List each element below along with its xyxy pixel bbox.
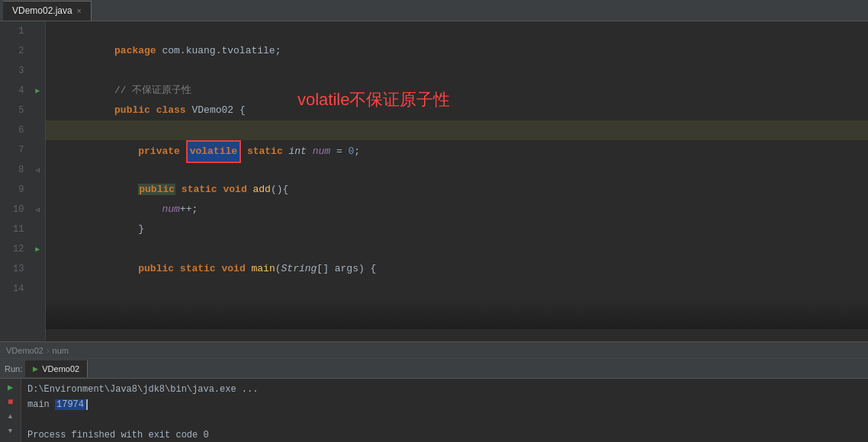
code-line-4: public class VDemo02 { <box>46 81 868 101</box>
run-label: Run: <box>5 364 22 373</box>
line-icon-14 <box>30 279 45 299</box>
gutter-row-8: 8 ◁ <box>0 160 45 180</box>
java-path-text: D:\Environment\Java8\jdk8\bin\java.exe .… <box>27 384 258 395</box>
scroll-down-button[interactable]: ▼ <box>3 425 18 437</box>
line-num-1: 1 <box>0 21 30 41</box>
scroll-up-button[interactable]: ▲ <box>3 411 18 422</box>
main-label: main <box>27 399 55 410</box>
line-num-12: 12 <box>0 239 30 259</box>
breadcrumb-bar: VDemo02 › num <box>0 341 868 358</box>
tab-close-button[interactable]: × <box>77 7 82 15</box>
gutter-row-10: 10 ◁ <box>0 200 45 219</box>
code-line-1: package com.kuang.tvolatile; <box>46 21 868 41</box>
line-num-7: 7 <box>0 140 30 160</box>
file-tab-vdemo02[interactable]: VDemo02.java × <box>3 1 92 21</box>
line-icon-6 <box>30 120 45 140</box>
line-icon-3 <box>30 61 45 81</box>
gutter-row-5: 5 <box>0 101 45 120</box>
breadcrumb-member: num <box>53 346 69 355</box>
gutter-row-11: 11 <box>0 219 45 239</box>
gutter-row-13: 13 <box>0 259 45 279</box>
run-output-line-1: D:\Environment\Java8\jdk8\bin\java.exe .… <box>27 382 862 397</box>
run-body: ▶ ■ ▲ ▼ ⊟ D:\Environment\Java8\jdk8\bin\… <box>0 379 868 442</box>
line-icon-15 <box>30 299 45 319</box>
gutter-row-6: 6 <box>0 120 45 140</box>
line-icon-9 <box>30 180 45 200</box>
run-restart-button[interactable]: ▶ <box>3 382 18 393</box>
line-num-13: 13 <box>0 259 30 279</box>
run-icon-4[interactable]: ▶ <box>30 81 45 101</box>
code-line-3: // 不保证原子性 <box>46 61 868 81</box>
line-num-10: 10 <box>0 200 30 219</box>
line-num-14: 14 <box>0 279 30 299</box>
run-tab-vdemo02[interactable]: ▶ VDemo02 <box>25 360 88 377</box>
gutter-row-9: 9 <box>0 180 45 200</box>
editor-area: 1 2 3 4 ▶ 5 6 7 <box>0 21 868 341</box>
fold-icon-10[interactable]: ◁ <box>30 200 45 219</box>
run-tab-label: VDemo02 <box>42 364 79 373</box>
line-number-gutter: 1 2 3 4 ▶ 5 6 7 <box>0 21 46 341</box>
line-num-8: 8 <box>0 160 30 180</box>
line-num-9: 9 <box>0 180 30 200</box>
run-output-area: D:\Environment\Java8\jdk8\bin\java.exe .… <box>21 379 868 442</box>
breadcrumb-class: VDemo02 <box>6 346 43 355</box>
line-icon-7 <box>30 140 45 160</box>
code-content-area[interactable]: package com.kuang.tvolatile; // 不保证原子性 p… <box>46 21 868 341</box>
gutter-row-15 <box>0 299 45 319</box>
code-line-12: public static void main(String[] args) { <box>46 239 868 259</box>
code-line-14: //理论卜num结果应该为 2 万 <box>46 279 868 299</box>
run-tab-icon: ▶ <box>33 365 38 373</box>
gutter-row-14: 14 <box>0 279 45 299</box>
gutter-row-2: 2 <box>0 41 45 61</box>
run-output-line-3 <box>27 412 862 428</box>
code-line-9: num++; <box>46 180 868 200</box>
gutter-row-3: 3 <box>0 61 45 81</box>
file-tab-label: VDemo02.java <box>12 5 72 16</box>
run-panel: Run: ▶ VDemo02 ▶ ■ ▲ ▼ ⊟ D:\Environment\… <box>0 358 868 442</box>
breadcrumb-sep: › <box>47 346 50 355</box>
code-line-15 <box>46 299 868 329</box>
gutter-row-7: 7 <box>0 140 45 160</box>
line-num-2: 2 <box>0 41 30 61</box>
code-line-10: } <box>46 200 868 219</box>
editor-tab-bar: VDemo02.java × <box>0 0 868 21</box>
gutter-row-12: 12 ▶ <box>0 239 45 259</box>
code-line-13 <box>46 259 868 279</box>
code-line-11 <box>46 219 868 239</box>
line-num-6: 6 <box>0 120 30 140</box>
line-num-3: 3 <box>0 61 30 81</box>
run-output-line-4: Process finished with exit code 0 <box>27 428 862 442</box>
run-tab-bar: Run: ▶ VDemo02 <box>0 359 868 379</box>
line-icon-1 <box>30 21 45 41</box>
gutter-row-4: 4 ▶ <box>0 81 45 101</box>
code-line-6: private volatile static int num = 0; <box>46 120 868 140</box>
line-num-4: 4 <box>0 81 30 101</box>
run-output-line-2: main 17974 <box>27 397 862 412</box>
line-icon-13 <box>30 259 45 279</box>
code-line-7 <box>46 140 868 160</box>
code-line-8: public static void add(){ <box>46 160 868 180</box>
run-stop-button[interactable]: ■ <box>3 396 18 408</box>
code-line-2 <box>46 41 868 61</box>
fold-icon-8[interactable]: ◁ <box>30 160 45 180</box>
line-icon-5 <box>30 101 45 120</box>
line-icon-11 <box>30 219 45 239</box>
cursor-caret <box>86 399 88 410</box>
gutter-row-1: 1 <box>0 21 45 41</box>
line-num-11: 11 <box>0 219 30 239</box>
line-icon-2 <box>30 41 45 61</box>
run-icon-12[interactable]: ▶ <box>30 239 45 259</box>
main-value: 17974 <box>55 399 85 410</box>
run-sidebar: ▶ ■ ▲ ▼ ⊟ <box>0 379 21 442</box>
line-num-5: 5 <box>0 101 30 120</box>
process-finished-text: Process finished with exit code 0 <box>27 430 209 440</box>
code-line-5 <box>46 101 868 120</box>
